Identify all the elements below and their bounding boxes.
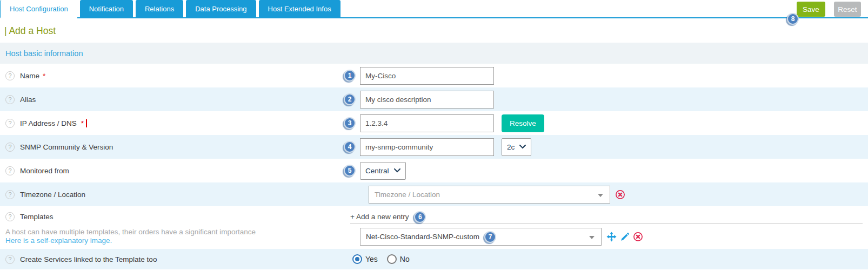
required-asterisk: * — [81, 119, 84, 127]
text-caret — [86, 119, 87, 127]
help-icon[interactable]: ? — [5, 119, 15, 128]
add-host-page: Host Configuration Notification Relation… — [0, 0, 868, 271]
monitored-from-value: Central — [365, 167, 389, 175]
tab-host-configuration[interactable]: Host Configuration — [0, 0, 77, 18]
create-services-radio-group: Yes No — [352, 254, 410, 264]
ip-address-input[interactable] — [360, 114, 494, 132]
help-icon[interactable]: ? — [5, 255, 15, 264]
row-timezone: ? Timezone / Location Timezone / Locatio… — [0, 182, 868, 206]
ip-label: IP Address / DNS — [20, 119, 77, 127]
tab-relations[interactable]: Relations — [136, 0, 183, 17]
clear-timezone-icon[interactable] — [615, 189, 625, 200]
radio-no-icon — [387, 254, 397, 264]
row-templates: ? Templates A host can have multiple tem… — [0, 206, 868, 249]
tab-notification[interactable]: Notification — [80, 0, 133, 17]
radio-yes[interactable]: Yes — [352, 254, 378, 264]
dropdown-arrow-icon — [598, 194, 603, 197]
chevron-down-icon — [394, 168, 400, 173]
resolve-button[interactable]: Resolve — [502, 114, 544, 132]
radio-yes-label: Yes — [365, 255, 378, 263]
annotation-badge-3: 3 — [344, 117, 356, 129]
section-host-basic-information: Host basic information — [0, 43, 868, 64]
row-snmp: ? SNMP Community & Version 4 2c — [0, 135, 868, 159]
annotation-badge-1: 1 — [344, 70, 356, 82]
timezone-placeholder: Timezone / Location — [375, 191, 440, 199]
chevron-down-icon — [519, 145, 526, 149]
name-label: Name — [20, 72, 39, 80]
create-services-label: Create Services linked to the Template t… — [20, 255, 157, 263]
annotation-badge-4: 4 — [344, 141, 356, 153]
required-asterisk: * — [43, 72, 45, 80]
delete-template-icon[interactable] — [633, 232, 643, 242]
row-ip-address: ? IP Address / DNS * 3 Resolve — [0, 111, 868, 135]
template-select[interactable]: Net-Cisco-Standard-SNMP-custom 7 — [360, 228, 602, 246]
radio-yes-icon — [352, 254, 362, 264]
monitored-from-select[interactable]: Central — [360, 162, 406, 180]
row-create-services: ? Create Services linked to the Template… — [0, 249, 868, 269]
annotation-badge-2: 2 — [344, 93, 356, 105]
annotation-badge-8: 8 — [787, 13, 799, 25]
help-icon[interactable]: ? — [5, 190, 15, 199]
edit-template-icon[interactable] — [620, 232, 630, 242]
row-alias: ? Alias 2 — [0, 87, 868, 111]
add-template-entry-link[interactable]: + Add a new entry 6 — [350, 210, 863, 224]
annotation-badge-7: 7 — [484, 231, 496, 243]
name-input[interactable] — [360, 67, 494, 85]
help-icon[interactable]: ? — [5, 166, 15, 175]
page-title: | Add a Host — [0, 18, 868, 43]
save-button[interactable]: Save — [797, 2, 825, 17]
snmp-community-input[interactable] — [360, 138, 494, 156]
monitored-from-label: Monitored from — [20, 167, 69, 175]
tab-host-extended-infos[interactable]: Host Extended Infos — [259, 0, 340, 17]
tab-bar: Host Configuration Notification Relation… — [0, 0, 868, 18]
reset-button[interactable]: Reset — [834, 2, 861, 17]
help-icon[interactable]: ? — [5, 143, 15, 152]
snmp-label: SNMP Community & Version — [20, 143, 113, 151]
alias-input[interactable] — [360, 91, 494, 109]
timezone-label: Timezone / Location — [20, 191, 85, 199]
help-icon[interactable]: ? — [5, 71, 15, 80]
templates-note: A host can have multiple templates, thei… — [5, 228, 256, 236]
annotation-badge-5: 5 — [344, 165, 356, 177]
dropdown-arrow-icon — [589, 236, 595, 239]
help-icon[interactable]: ? — [5, 95, 15, 104]
snmp-version-select[interactable]: 2c — [502, 138, 531, 156]
add-entry-label: + Add a new entry — [350, 213, 409, 221]
timezone-combobox[interactable]: Timezone / Location — [369, 186, 610, 204]
template-select-value: Net-Cisco-Standard-SNMP-custom — [366, 233, 479, 241]
templates-label: Templates — [20, 213, 54, 221]
snmp-version-value: 2c — [507, 143, 515, 151]
radio-no-label: No — [400, 255, 410, 263]
row-monitored-from: ? Monitored from 5 Central — [0, 159, 868, 182]
tab-data-processing[interactable]: Data Processing — [186, 0, 256, 17]
row-name: ? Name * 1 — [0, 64, 868, 87]
alias-label: Alias — [20, 96, 36, 104]
move-template-icon[interactable] — [606, 232, 617, 242]
templates-help-link[interactable]: Here is a self-explanatory image. — [5, 236, 112, 245]
help-icon[interactable]: ? — [5, 212, 15, 221]
radio-no[interactable]: No — [387, 254, 410, 264]
annotation-badge-6: 6 — [414, 211, 426, 223]
